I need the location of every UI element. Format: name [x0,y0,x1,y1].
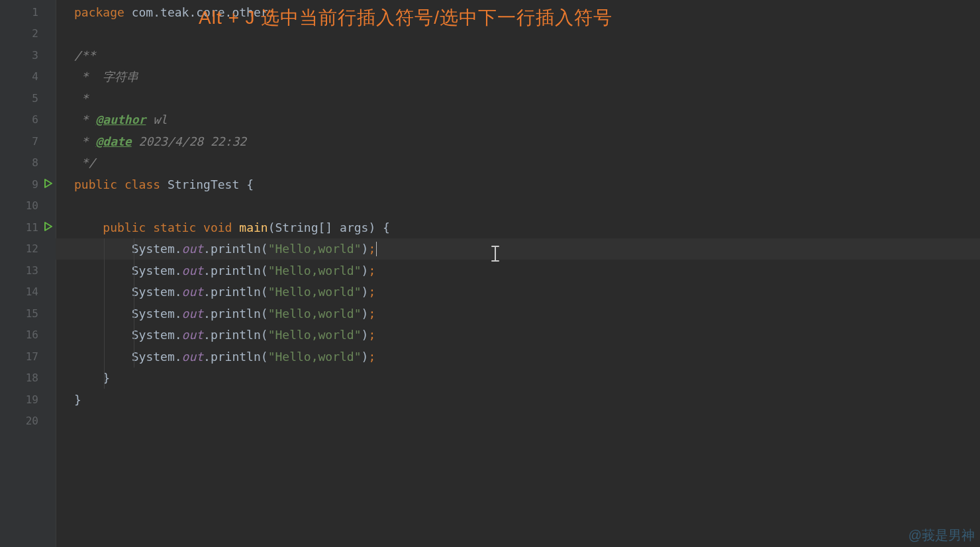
rbrace: } [74,393,81,407]
keyword-public: public [74,177,117,191]
run-main-icon[interactable] [44,222,53,231]
code-line[interactable]: public static void main(String[] args) { [56,217,980,238]
class-name: StringTest [168,177,239,191]
gutter-line[interactable]: 11 [0,217,56,238]
gutter-line[interactable]: 8 [0,152,56,174]
keyword-void: void [203,221,232,234]
keyword-static: static [153,221,196,234]
keyword-public: public [103,221,146,234]
semicolon: ; [268,5,275,19]
gutter-line[interactable]: 15 [0,303,56,324]
gutter-line[interactable]: 6 [0,109,56,131]
keyword-class: class [124,177,160,191]
watermark-text: @莪是男神 [908,526,975,544]
keyword-package: package [74,5,124,19]
javadoc-date-value: 2023/4/28 22:32 [132,134,246,148]
javadoc-star: * [74,70,96,83]
javadoc-open: /** [74,48,96,62]
gutter-line[interactable]: 2 [0,23,56,45]
javadoc-author-tag: @author [96,113,146,126]
code-line[interactable]: * [56,87,980,109]
system-ref: System [132,242,175,256]
gutter-line[interactable]: 1 [0,1,56,23]
code-line[interactable]: * @date 2023/4/28 22:32 [56,130,980,152]
run-class-icon[interactable] [44,179,53,188]
code-line[interactable]: */ [56,152,980,174]
string-literal: "Hello,world" [268,242,362,256]
gutter-line[interactable]: 10 [0,195,56,217]
gutter-line[interactable]: 3 [0,44,56,66]
code-line[interactable]: * @author wl [56,109,980,131]
javadoc-date-tag: @date [96,134,132,148]
text-caret [376,242,377,256]
gutter-line[interactable]: 12 [0,238,56,260]
code-line[interactable] [56,23,980,45]
code-line[interactable]: System.out.println("Hello,world"); [56,346,980,368]
code-line[interactable]: } [56,389,980,411]
lbrace: { [246,177,254,191]
javadoc-author-value: wl [146,113,168,126]
svg-marker-0 [45,179,52,187]
gutter-line[interactable]: 20 [0,411,56,432]
gutter-line[interactable]: 9 [0,174,56,195]
main-params: String[] args [275,221,369,234]
editor-root: 1 2 3 4 5 6 7 8 9 10 11 12 13 14 15 16 1… [0,0,980,547]
out-field: out [182,242,204,256]
gutter-line[interactable]: 16 [0,324,56,346]
code-line[interactable]: System.out.println("Hello,world"); [56,324,980,346]
code-area[interactable]: package com.teak.core.other; /** * 字符串 *… [56,0,980,547]
code-line[interactable]: System.out.println("Hello,world"); [56,281,980,303]
gutter-line[interactable]: 13 [0,260,56,281]
package-path: com.teak.core.other [124,5,268,19]
code-line[interactable]: System.out.println("Hello,world"); [56,260,980,281]
method-main: main [239,221,268,234]
gutter-line[interactable]: 19 [0,389,56,411]
code-line-current[interactable]: System.out.println("Hello,world"); [56,238,980,260]
code-line[interactable]: * 字符串 [56,66,980,88]
code-line[interactable]: System.out.println("Hello,world"); [56,303,980,324]
code-line[interactable] [56,195,980,217]
gutter-line[interactable]: 14 [0,281,56,303]
javadoc-close: */ [74,156,96,170]
code-line[interactable] [56,411,980,432]
javadoc-star: * [74,113,96,126]
svg-marker-1 [45,223,52,230]
code-line[interactable]: } [56,368,980,389]
javadoc-star: * [74,134,96,148]
line-number-gutter: 1 2 3 4 5 6 7 8 9 10 11 12 13 14 15 16 1… [0,0,56,547]
code-line[interactable]: /** [56,44,980,66]
gutter-line[interactable]: 5 [0,87,56,109]
gutter-line[interactable]: 17 [0,346,56,368]
code-line[interactable]: package com.teak.core.other; [56,1,980,23]
code-line[interactable]: public class StringTest { [56,174,980,195]
javadoc-desc: 字符串 [96,69,139,85]
gutter-line[interactable]: 4 [0,66,56,88]
gutter-line[interactable]: 7 [0,130,56,152]
gutter-line[interactable]: 18 [0,368,56,389]
javadoc-star: * [74,91,89,105]
println-call: println [211,242,261,256]
